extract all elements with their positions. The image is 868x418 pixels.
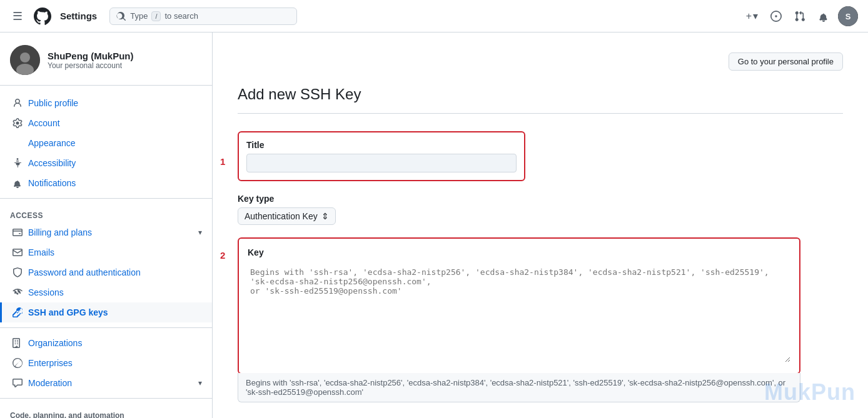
title-form-group: 1 Title: [238, 131, 800, 181]
search-shortcut-badge: /: [151, 11, 161, 21]
ssh-key-form: 1 Title Key type Authentication Key ⇕ 2 …: [238, 131, 800, 418]
step-2-annotation: 2: [220, 250, 225, 261]
paintbrush-icon: [12, 137, 23, 149]
search-suffix-text: to search: [164, 11, 198, 21]
sidebar-item-notifications[interactable]: Notifications: [0, 173, 212, 193]
sidebar-item-label-appearance: Appearance: [28, 138, 202, 148]
create-new-button[interactable]: + ▾: [742, 7, 762, 24]
shield-icon: [12, 267, 23, 278]
sidebar-item-label-notifications: Notifications: [28, 178, 202, 188]
key-group-box: Key: [238, 237, 800, 374]
sidebar-item-organizations[interactable]: Organizations: [0, 333, 212, 353]
issues-icon-button[interactable]: [767, 8, 785, 24]
settings-label: Settings: [60, 11, 97, 21]
person-icon: [12, 97, 23, 109]
key-hint-text: Begins with 'ssh-rsa', 'ecdsa-sha2-nistp…: [246, 378, 785, 397]
page-title: Add new SSH Key: [238, 86, 843, 114]
sidebar-item-moderation[interactable]: Moderation ▾: [0, 373, 212, 393]
search-placeholder-text: Type: [130, 11, 148, 21]
search-icon: [116, 11, 126, 21]
sidebar-item-password[interactable]: Password and authentication: [0, 262, 212, 282]
sidebar-item-label-organizations: Organizations: [28, 338, 202, 348]
sidebar-item-appearance[interactable]: Appearance: [0, 133, 212, 153]
sidebar-item-label-password: Password and authentication: [28, 267, 202, 277]
wifi-icon: [12, 287, 23, 298]
key-form-group: 2 Key Begins with 'ssh-rsa', 'ecdsa-sha2…: [238, 237, 800, 402]
globe-icon: [12, 357, 23, 369]
sidebar-item-ssh-gpg[interactable]: SSH and GPG keys: [0, 302, 212, 322]
profile-header-row: Go to your personal profile: [238, 52, 843, 71]
sidebar-profile-info: ShuPeng (MukPun) Your personal account: [48, 51, 134, 70]
sidebar-item-label-sessions: Sessions: [28, 287, 202, 297]
key-textarea[interactable]: [248, 262, 790, 362]
sidebar-item-label-public-profile: Public profile: [28, 98, 202, 108]
key-type-select[interactable]: Authentication Key ⇕: [238, 207, 336, 225]
go-to-profile-button[interactable]: Go to your personal profile: [729, 52, 843, 71]
submit-row: 3 Add SSH key: [238, 412, 800, 418]
sidebar-item-accessibility[interactable]: Accessibility: [0, 153, 212, 173]
page-wrapper: ShuPeng (MukPun) Your personal account P…: [0, 32, 868, 418]
pull-requests-icon-button[interactable]: [790, 8, 809, 24]
user-avatar[interactable]: S: [838, 6, 858, 26]
title-label: Title: [246, 140, 517, 150]
sidebar-item-label-ssh-gpg: SSH and GPG keys: [28, 307, 202, 317]
sidebar-item-label-billing: Billing and plans: [28, 227, 193, 237]
svg-point-3: [20, 52, 30, 62]
title-input[interactable]: [246, 154, 517, 172]
nav-divider-code: [0, 398, 212, 399]
chevron-down-icon-moderation: ▾: [198, 379, 202, 387]
sidebar-item-enterprises[interactable]: Enterprises: [0, 353, 212, 373]
select-chevron-icon: ⇕: [321, 211, 329, 221]
sidebar-avatar: [10, 45, 40, 75]
nav-divider-bottom: [0, 327, 212, 328]
chevron-down-icon: ▾: [753, 10, 758, 22]
hamburger-menu-button[interactable]: ☰: [10, 7, 25, 26]
credit-card-icon: [12, 227, 23, 238]
mail-icon: [12, 247, 23, 258]
notifications-icon-button[interactable]: [814, 8, 833, 24]
nav-divider-access: [0, 198, 212, 199]
key-icon: [12, 307, 23, 318]
top-navigation: ☰ Settings Type / to search + ▾ S: [0, 0, 868, 32]
github-logo-icon: [33, 6, 53, 26]
comment-icon: [12, 377, 23, 389]
key-type-label: Key type: [238, 194, 800, 204]
topnav-actions: + ▾ S: [742, 6, 858, 26]
sidebar: ShuPeng (MukPun) Your personal account P…: [0, 32, 213, 418]
sidebar-item-account[interactable]: Account: [0, 113, 212, 133]
svg-text:S: S: [845, 12, 851, 21]
sidebar-username: ShuPeng (MukPun): [48, 51, 134, 61]
sidebar-item-public-profile[interactable]: Public profile: [0, 93, 212, 113]
main-content: Go to your personal profile Add new SSH …: [213, 32, 868, 418]
title-box: Title: [238, 131, 525, 181]
sidebar-item-emails[interactable]: Emails: [0, 242, 212, 262]
sidebar-subtext: Your personal account: [48, 61, 134, 70]
key-group-label: Key: [248, 247, 790, 257]
sidebar-item-label-accessibility: Accessibility: [28, 158, 202, 168]
sidebar-profile: ShuPeng (MukPun) Your personal account: [0, 45, 212, 86]
bell-icon: [12, 177, 23, 189]
accessibility-icon: [12, 157, 23, 169]
gear-icon: [12, 117, 23, 129]
key-type-value: Authentication Key: [245, 211, 318, 221]
step-1-annotation: 1: [220, 156, 225, 167]
access-section-label: Access: [0, 204, 212, 222]
plus-icon: +: [746, 11, 752, 22]
sidebar-nav: Public profile Account Appearance Access…: [0, 91, 212, 418]
sidebar-item-sessions[interactable]: Sessions: [0, 282, 212, 302]
key-type-form-group: Key type Authentication Key ⇕: [238, 194, 800, 225]
key-placeholder-hint: Begins with 'ssh-rsa', 'ecdsa-sha2-nistp…: [238, 373, 800, 402]
sidebar-item-billing[interactable]: Billing and plans ▾: [0, 222, 212, 242]
sidebar-item-label-moderation: Moderation: [28, 378, 193, 388]
sidebar-item-label-account: Account: [28, 118, 202, 128]
chevron-down-icon-billing: ▾: [198, 228, 202, 237]
search-bar[interactable]: Type / to search: [109, 7, 297, 25]
sidebar-item-label-emails: Emails: [28, 247, 202, 257]
org-icon: [12, 337, 23, 349]
sidebar-item-label-enterprises: Enterprises: [28, 358, 202, 368]
code-section-label: Code, planning, and automation: [0, 404, 212, 418]
